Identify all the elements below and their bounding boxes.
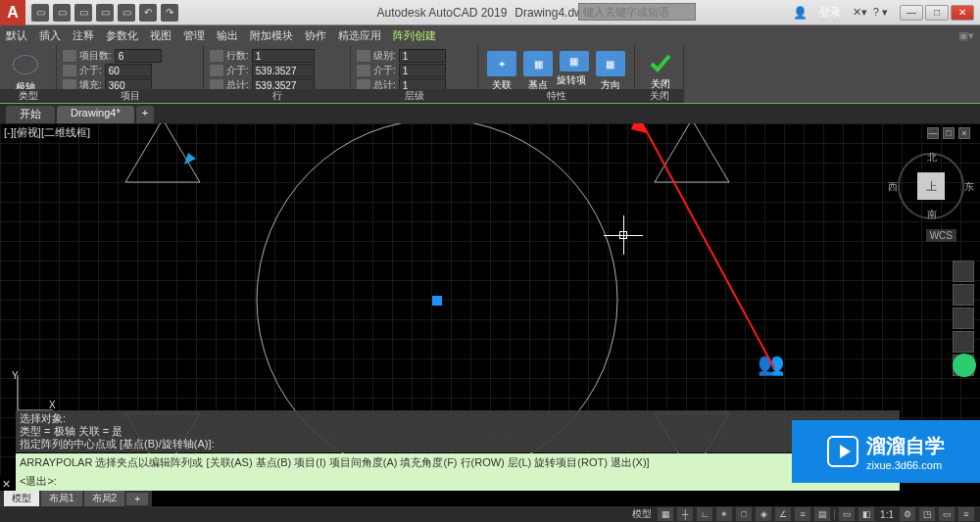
nav-pan[interactable] (953, 284, 974, 306)
menu-annotate[interactable]: 注释 (73, 28, 94, 43)
wcs-label[interactable]: WCS (926, 229, 956, 242)
vc-west: 西 (888, 180, 898, 194)
viewcube[interactable]: 上 北 南 西 东 (898, 153, 964, 219)
help-icon[interactable]: ? ▾ (873, 6, 888, 19)
menu-collab[interactable]: 协作 (305, 28, 326, 43)
status-scale[interactable]: 1:1 (878, 509, 896, 520)
app-logo[interactable]: A (0, 0, 25, 25)
vp-max[interactable]: □ (943, 127, 955, 139)
rows-between-input[interactable] (252, 64, 315, 77)
panel-title-type: 类型 (0, 89, 56, 103)
items-between-input[interactable] (105, 64, 152, 77)
polar-type-button[interactable]: 极轴 (6, 47, 45, 94)
svg-text:Y: Y (12, 370, 19, 381)
dir-icon: ▦ (596, 51, 625, 76)
status-menu[interactable]: ≡ (958, 507, 974, 521)
assist-bubble[interactable] (953, 354, 976, 377)
rotate-icon: ▦ (560, 51, 589, 71)
status-ortho[interactable]: ∟ (697, 507, 712, 521)
command-exit[interactable]: <退出>: (16, 472, 900, 491)
status-otrack[interactable]: ∠ (775, 507, 791, 521)
exchange-icon[interactable]: ✕▾ (853, 6, 867, 19)
status-transp[interactable]: ▤ (814, 507, 830, 521)
qat-saveas[interactable]: ▭ (96, 4, 114, 22)
status-model[interactable]: 模型 (630, 507, 654, 521)
tab-new[interactable]: + (136, 106, 154, 123)
status-bar: 模型 ▦ ┼ ∟ ✶ □ ◈ ∠ ≡ ▤ ▭ ◧ 1:1 ⚙ ◳ ▭ ≡ (0, 506, 980, 522)
nav-wheel[interactable] (953, 261, 974, 282)
items-count-input[interactable] (115, 49, 162, 63)
svg-text:X: X (49, 400, 56, 410)
viewport-label[interactable]: [-][俯视][二维线框] (4, 125, 90, 140)
tab-drawing4[interactable]: Drawing4* (57, 106, 134, 123)
qat-new[interactable]: ▭ (31, 4, 49, 22)
tab-model[interactable]: 模型 (4, 491, 39, 506)
menu-output[interactable]: 输出 (217, 28, 238, 43)
menu-express[interactable]: 精选应用 (338, 28, 381, 43)
lvl-count-icon (357, 50, 370, 62)
rows-count-input[interactable] (252, 49, 315, 63)
document-tabs: 开始 Drawing4* + (0, 104, 980, 123)
tab-start[interactable]: 开始 (6, 106, 55, 123)
status-3dosnap[interactable]: ◈ (756, 507, 771, 521)
menu-insert[interactable]: 插入 (39, 28, 61, 43)
status-clean[interactable]: ▭ (939, 507, 955, 521)
menubar: 默认 插入 注释 参数化 视图 管理 输出 附加模块 协作 精选应用 阵列创建 … (0, 25, 980, 45)
status-grid[interactable]: ▦ (658, 507, 673, 521)
lvl-between-icon (357, 65, 370, 76)
menu-array-create[interactable]: 阵列创建 (393, 28, 436, 43)
qat-plot[interactable]: ▭ (118, 4, 135, 22)
status-lwt[interactable]: ≡ (795, 507, 810, 521)
menu-addins[interactable]: 附加模块 (250, 28, 293, 43)
vp-min[interactable]: — (927, 127, 939, 139)
qat-open[interactable]: ▭ (53, 4, 71, 22)
polar-icon (9, 51, 42, 78)
menu-view[interactable]: 视图 (150, 28, 172, 43)
tab-layout1[interactable]: 布局1 (41, 491, 82, 506)
ribbon: 极轴 类型 项目数: 介于: 填充: 项目 行数: 介于: 总计: 行 级别: … (0, 45, 980, 104)
search-input[interactable] (578, 3, 696, 21)
vc-south: 南 (927, 208, 937, 221)
status-polar[interactable]: ✶ (716, 507, 732, 521)
maximize-button[interactable]: □ (925, 5, 949, 21)
vp-close[interactable]: × (958, 127, 970, 139)
menu-focus[interactable]: ▣▾ (958, 29, 974, 42)
menu-parametric[interactable]: 参数化 (106, 28, 138, 43)
vc-north: 北 (927, 151, 937, 165)
watermark-url: zixue.3d66.com (866, 459, 942, 471)
app-name: Autodesk AutoCAD 2019 (377, 6, 508, 20)
command-prompt[interactable]: ARRAYPOLAR 选择夹点以编辑阵列或 [关联(AS) 基点(B) 项目(I… (16, 453, 900, 472)
minimize-button[interactable]: — (900, 5, 923, 21)
nav-orbit[interactable] (953, 331, 974, 353)
status-sc[interactable]: ◧ (858, 507, 874, 521)
cmd-close-icon[interactable]: ✕ (2, 478, 11, 491)
login-button[interactable]: 登录 (813, 4, 847, 21)
command-history: 选择对象: 类型 = 极轴 关联 = 是 指定阵列的中心点或 [基点(B)/旋转… (16, 410, 900, 452)
panel-title-close: 关闭 (635, 89, 683, 103)
menu-default[interactable]: 默认 (6, 28, 27, 43)
qat-undo[interactable]: ↶ (139, 4, 157, 22)
nav-zoom[interactable] (953, 308, 974, 329)
panel-title-levels: 层级 (351, 89, 477, 103)
status-qp[interactable]: ▭ (839, 507, 855, 521)
rows-count-label: 行数: (226, 49, 249, 63)
tab-layout2[interactable]: 布局2 (84, 491, 125, 506)
hist-line-2: 类型 = 极轴 关联 = 是 (20, 425, 896, 438)
quick-access-toolbar: ▭ ▭ ▭ ▭ ▭ ↶ ↷ (25, 4, 184, 22)
hist-line-3: 指定阵列的中心点或 [基点(B)/旋转轴(A)]: (20, 438, 896, 451)
tab-layout-plus[interactable]: + (126, 493, 148, 505)
status-osnap[interactable]: □ (736, 507, 752, 521)
qat-redo[interactable]: ↷ (161, 4, 178, 22)
items-between-icon (63, 65, 76, 76)
lvl-count-input[interactable] (399, 49, 446, 63)
close-button[interactable]: ✕ (951, 5, 974, 21)
status-gear[interactable]: ⚙ (900, 507, 915, 521)
center-grip[interactable] (432, 296, 442, 306)
lvl-between-input[interactable] (399, 64, 446, 77)
status-iso[interactable]: ◳ (919, 507, 935, 521)
watermark: 溜溜自学 zixue.3d66.com (792, 420, 980, 483)
viewcube-top[interactable]: 上 (917, 172, 945, 200)
menu-manage[interactable]: 管理 (183, 28, 205, 43)
qat-save[interactable]: ▭ (74, 4, 92, 22)
status-snap[interactable]: ┼ (677, 507, 693, 521)
